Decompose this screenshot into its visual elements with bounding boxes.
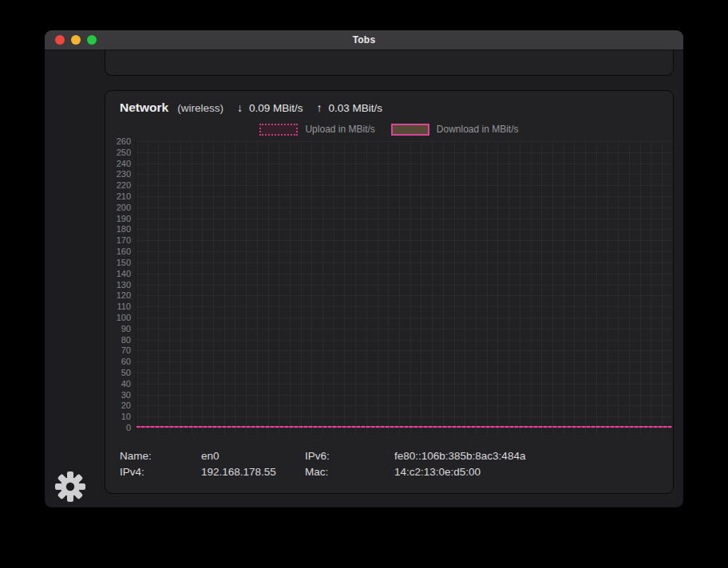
network-panel: Network (wireless) ↓ 0.09 MBit/s ↑ 0.03 … [105,90,674,494]
y-tick-label: 10 [121,412,131,421]
y-axis: 2602502402302202102001901801701601501401… [105,141,131,428]
y-tick-label: 70 [121,346,131,355]
download-rate: 0.09 MBit/s [249,102,303,114]
info-value-mac: 14:c2:13:0e:d5:00 [394,464,659,480]
upload-arrow-icon: ↑ [316,101,322,114]
info-value-ipv4: 192.168.178.55 [201,464,305,480]
legend-item-download[interactable]: Download in MBit/s [391,124,519,136]
zoom-button[interactable] [87,35,97,45]
close-button[interactable] [55,35,65,45]
y-tick-label: 150 [117,258,131,266]
info-value-ipv6: fe80::106b:385b:8ac3:484a [394,448,659,464]
app-window: Tobs Network (wireless) ↓ 0.09 MBit/s ↑ … [44,30,684,508]
y-tick-label: 100 [117,313,131,321]
y-tick-label: 210 [117,192,131,201]
info-value-name: en0 [201,448,305,464]
upload-series-line [136,426,672,428]
info-label: Mac: [305,464,394,480]
interface-type: (wireless) [177,102,224,114]
chart-plot-area [136,141,672,434]
y-tick-label: 130 [117,280,131,289]
panel-above-partial [105,50,674,76]
y-tick-label: 190 [117,214,131,223]
panel-title: Network [120,101,168,115]
window-title: Tobs [45,34,683,45]
y-tick-label: 220 [117,181,131,190]
y-tick-label: 20 [121,401,131,410]
y-tick-label: 200 [117,203,131,211]
desktop: { "titlebar": { "title": "Tobs" }, "traf… [0,0,728,568]
info-label: IPv4: [120,464,201,480]
legend-label: Upload in MBit/s [305,124,374,135]
y-tick-label: 160 [117,247,131,256]
y-tick-label: 250 [117,148,131,156]
interface-info: Name: en0 IPv6: fe80::106b:385b:8ac3:484… [120,448,659,480]
y-tick-label: 90 [121,324,131,333]
legend-label: Download in MBit/s [437,124,519,135]
y-tick-label: 180 [117,225,131,234]
gear-icon [54,471,86,503]
y-tick-label: 230 [117,170,131,179]
y-tick-label: 30 [121,390,131,399]
info-label: IPv6: [305,448,394,464]
y-tick-label: 110 [117,302,131,311]
settings-button[interactable] [54,471,86,503]
network-header: Network (wireless) ↓ 0.09 MBit/s ↑ 0.03 … [120,99,382,116]
download-arrow-icon: ↓ [237,101,243,114]
y-tick-label: 40 [121,379,131,388]
y-tick-label: 240 [117,159,131,168]
upload-swatch-icon [259,124,298,136]
y-tick-label: 0 [126,424,131,432]
y-tick-label: 260 [117,137,131,146]
chart-legend: Upload in MBit/s Download in MBit/s [105,123,673,136]
download-swatch-icon [391,124,429,136]
y-tick-label: 120 [117,291,131,300]
minimize-button[interactable] [71,35,81,45]
y-tick-label: 60 [121,357,131,366]
info-label: Name: [120,448,201,464]
y-tick-label: 170 [117,236,131,245]
traffic-lights [55,35,97,45]
y-tick-label: 140 [117,269,131,278]
y-tick-label: 50 [121,368,131,377]
legend-item-upload[interactable]: Upload in MBit/s [259,124,374,136]
upload-rate: 0.03 MBit/s [328,102,382,114]
y-tick-label: 80 [121,335,131,344]
titlebar[interactable]: Tobs [45,30,683,50]
